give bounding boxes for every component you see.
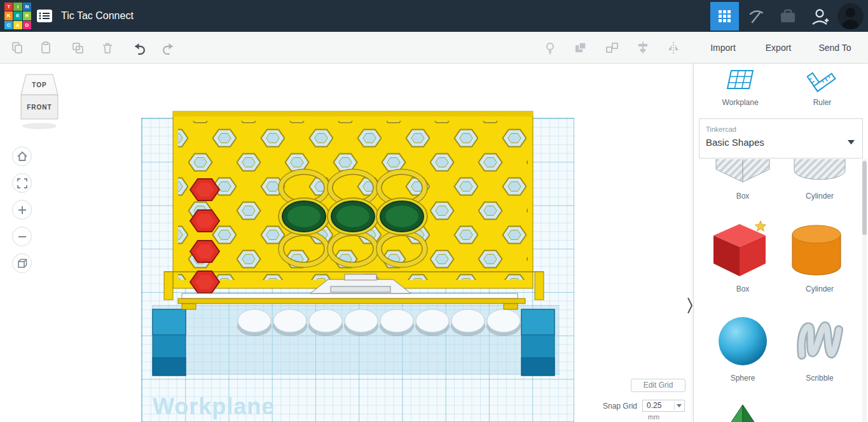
ruler-tool-label: Ruler: [787, 98, 857, 107]
minus-icon: [15, 230, 29, 244]
redo-icon: [161, 40, 176, 55]
tinkercad-logo[interactable]: T I N K E R C A D: [4, 3, 31, 29]
plus-icon: [15, 203, 29, 217]
mirror-button[interactable]: [661, 36, 685, 60]
ruler-tool-button[interactable]: Ruler: [787, 67, 857, 107]
zoom-out-button[interactable]: [12, 227, 32, 246]
library-selected-value: Basic Shapes: [706, 137, 764, 148]
perspective-toggle-button[interactable]: [12, 253, 32, 273]
avatar[interactable]: [837, 3, 864, 29]
delete-button[interactable]: [95, 36, 120, 60]
shape-label: Cylinder: [788, 285, 851, 293]
show-all-button[interactable]: [538, 36, 562, 60]
duplicate-button[interactable]: [65, 36, 90, 60]
snap-grid-value: 0.25: [647, 401, 661, 410]
shape-item-sphere[interactable]: Sphere: [711, 314, 775, 383]
send-to-button[interactable]: Send To: [813, 32, 857, 64]
red-box-icon: [711, 220, 775, 279]
home-icon: [15, 150, 29, 164]
person-silhouette-icon: [837, 3, 864, 29]
orange-cylinder-icon: [788, 220, 851, 279]
striped-box-icon: [711, 159, 775, 186]
snap-grid-select[interactable]: 0.25: [642, 400, 685, 412]
snap-grid-label: Snap Grid: [591, 402, 637, 411]
green-pyramid-icon: [711, 402, 775, 422]
minecraft-button[interactable]: [741, 2, 770, 31]
chevron-down-icon: [674, 402, 683, 410]
duplicate-icon: [71, 41, 85, 55]
library-brand-label: Tinkercad: [706, 125, 736, 133]
align-button[interactable]: [631, 36, 655, 60]
blue-sphere-icon: [711, 314, 775, 368]
shape-item-scribble[interactable]: Scribble: [788, 314, 851, 383]
design-model[interactable]: [140, 102, 560, 382]
view-cube[interactable]: TOP FRONT: [18, 73, 62, 131]
view-cube-front-label: FRONT: [27, 104, 52, 111]
import-button[interactable]: Import: [704, 32, 742, 64]
shape-label: Scribble: [788, 374, 851, 383]
design-title[interactable]: Tic Tac Connect: [61, 0, 134, 32]
lightbulb-icon: [543, 41, 557, 55]
logo-tile: C: [4, 21, 13, 29]
shape-item-cylinder[interactable]: Cylinder: [788, 220, 851, 293]
shape-label: Cylinder: [788, 192, 851, 200]
logo-tile: I: [13, 3, 22, 11]
copy-button[interactable]: [5, 36, 29, 60]
shape-item-partial[interactable]: [711, 402, 775, 422]
panel-scrollbar[interactable]: [862, 159, 867, 422]
edit-grid-button[interactable]: Edit Grid: [631, 379, 685, 392]
pickaxe-icon: [748, 8, 764, 25]
designs-grid-button[interactable]: [710, 2, 739, 31]
top-bar: T I N K E R C A D Tic Tac Connect: [0, 0, 868, 32]
logo-tile: D: [23, 21, 31, 29]
zoom-in-button[interactable]: [12, 200, 32, 220]
brick-kit-button[interactable]: [773, 2, 802, 31]
shape-label: Box: [711, 285, 775, 293]
panel-scrollbar-thumb[interactable]: [862, 161, 867, 235]
shapes-panel: Workplane Ruler Tinkercad Basic Shapes: [693, 64, 868, 422]
group-icon: [574, 41, 588, 55]
chevron-down-icon: [848, 136, 855, 147]
undo-button[interactable]: [127, 36, 151, 60]
undo-icon: [132, 40, 147, 55]
invite-user-button[interactable]: [806, 2, 834, 31]
trash-icon: [100, 41, 114, 55]
design-menu-icon[interactable]: [36, 9, 53, 23]
logo-tile: N: [23, 3, 31, 11]
snap-grid-unit: mm: [642, 413, 665, 421]
home-view-button[interactable]: [12, 146, 32, 166]
viewport-canvas[interactable]: Workplane: [0, 64, 693, 422]
paste-button[interactable]: [34, 36, 58, 60]
perspective-icon: [15, 257, 29, 271]
align-icon: [636, 41, 650, 55]
view-cube-top-label: TOP: [32, 81, 46, 88]
ungroup-icon: [605, 41, 619, 55]
shape-label: Sphere: [711, 374, 775, 383]
workplane-tool-button[interactable]: Workplane: [705, 67, 775, 107]
shape-library-dropdown[interactable]: Tinkercad Basic Shapes: [699, 118, 863, 158]
fit-view-button[interactable]: [12, 173, 32, 193]
logo-tile: E: [13, 11, 22, 20]
workplane-watermark: Workplane: [153, 393, 275, 420]
striped-cylinder-icon: [788, 159, 851, 186]
panel-collapse-button[interactable]: [685, 296, 694, 315]
shapes-scroll-area[interactable]: Box Cylinder Box: [694, 159, 868, 422]
scribble-icon: [788, 314, 851, 368]
grid-icon: [719, 10, 731, 23]
logo-tile: R: [23, 11, 31, 20]
export-button[interactable]: Export: [759, 32, 797, 64]
shape-item-cylinder-hole[interactable]: Cylinder: [788, 159, 851, 200]
workplane-tool-icon: [725, 67, 755, 93]
edit-toolbar: Import Export Send To: [0, 32, 868, 64]
mirror-icon: [666, 41, 680, 55]
redo-button[interactable]: [156, 36, 181, 60]
logo-tile: A: [13, 21, 22, 29]
ungroup-button[interactable]: [600, 36, 624, 60]
group-button[interactable]: [568, 36, 593, 60]
shape-item-box[interactable]: Box: [711, 220, 775, 293]
star-badge-icon: [755, 221, 766, 231]
shape-item-box-hole[interactable]: Box: [711, 159, 775, 200]
logo-tile: K: [4, 11, 13, 20]
person-plus-icon: [811, 8, 830, 25]
copy-icon: [10, 41, 24, 55]
